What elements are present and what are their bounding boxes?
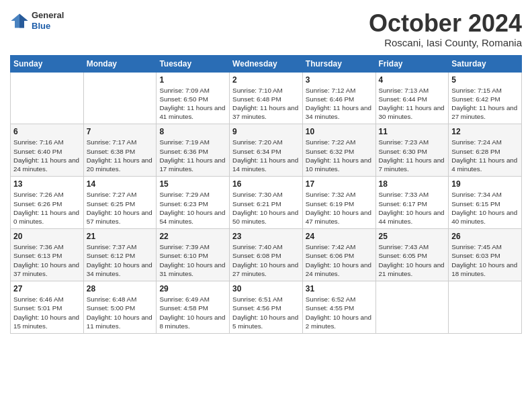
day-detail: Sunrise: 6:51 AM Sunset: 4:56 PM Dayligh… (232, 295, 300, 330)
day-number: 30 (232, 284, 300, 293)
day-detail: Sunrise: 7:10 AM Sunset: 6:48 PM Dayligh… (232, 86, 300, 122)
calendar-cell: 23Sunrise: 7:40 AM Sunset: 6:08 PM Dayli… (230, 229, 303, 281)
day-number: 10 (306, 127, 373, 136)
calendar-cell: 16Sunrise: 7:30 AM Sunset: 6:21 PM Dayli… (230, 177, 303, 229)
calendar-cell: 9Sunrise: 7:20 AM Sunset: 6:34 PM Daylig… (230, 124, 303, 177)
day-detail: Sunrise: 7:24 AM Sunset: 6:28 PM Dayligh… (451, 138, 519, 173)
weekday-header: Sunday (11, 55, 84, 72)
calendar-cell: 1Sunrise: 7:09 AM Sunset: 6:50 PM Daylig… (157, 72, 230, 124)
day-number: 21 (87, 232, 154, 241)
day-detail: Sunrise: 7:42 AM Sunset: 6:06 PM Dayligh… (306, 242, 373, 278)
day-detail: Sunrise: 7:36 AM Sunset: 6:13 PM Dayligh… (13, 242, 81, 278)
calendar-cell: 11Sunrise: 7:23 AM Sunset: 6:30 PM Dayli… (375, 124, 449, 177)
day-number: 3 (306, 75, 373, 85)
calendar-cell: 28Sunrise: 6:48 AM Sunset: 5:00 PM Dayli… (83, 281, 157, 334)
day-detail: Sunrise: 7:22 AM Sunset: 6:32 PM Dayligh… (306, 138, 373, 173)
calendar-cell: 7Sunrise: 7:17 AM Sunset: 6:38 PM Daylig… (83, 124, 157, 177)
calendar-cell: 20Sunrise: 7:36 AM Sunset: 6:13 PM Dayli… (11, 229, 84, 281)
day-number: 29 (159, 284, 226, 293)
day-number: 24 (306, 232, 373, 241)
title-area: October 2024 Roscani, Iasi County, Roman… (369, 10, 522, 48)
day-number: 28 (87, 284, 154, 293)
day-number: 8 (159, 127, 226, 136)
day-detail: Sunrise: 6:46 AM Sunset: 5:01 PM Dayligh… (13, 295, 81, 330)
day-number: 26 (451, 232, 519, 241)
day-detail: Sunrise: 7:19 AM Sunset: 6:36 PM Dayligh… (159, 138, 226, 173)
day-number: 22 (159, 232, 226, 241)
calendar-cell: 24Sunrise: 7:42 AM Sunset: 6:06 PM Dayli… (302, 229, 375, 281)
calendar-cell: 26Sunrise: 7:45 AM Sunset: 6:03 PM Dayli… (449, 229, 522, 281)
calendar-cell (449, 281, 522, 334)
day-detail: Sunrise: 7:29 AM Sunset: 6:23 PM Dayligh… (159, 190, 226, 226)
day-detail: Sunrise: 6:49 AM Sunset: 4:58 PM Dayligh… (159, 295, 226, 330)
logo-blue-text: Blue (32, 21, 64, 32)
day-detail: Sunrise: 7:34 AM Sunset: 6:15 PM Dayligh… (451, 190, 519, 226)
day-detail: Sunrise: 6:48 AM Sunset: 5:00 PM Dayligh… (87, 295, 154, 330)
day-number: 4 (379, 75, 446, 85)
day-number: 19 (451, 179, 519, 189)
day-number: 27 (13, 284, 81, 293)
month-title: October 2024 (369, 10, 522, 37)
calendar-cell: 19Sunrise: 7:34 AM Sunset: 6:15 PM Dayli… (449, 177, 522, 229)
day-number: 12 (451, 127, 519, 136)
day-number: 7 (87, 127, 154, 136)
calendar-cell (375, 281, 449, 334)
day-number: 14 (87, 179, 154, 189)
calendar-cell: 10Sunrise: 7:22 AM Sunset: 6:32 PM Dayli… (302, 124, 375, 177)
calendar-cell: 5Sunrise: 7:15 AM Sunset: 6:42 PM Daylig… (449, 72, 522, 124)
calendar-cell (11, 72, 84, 124)
calendar-week-row: 13Sunrise: 7:26 AM Sunset: 6:26 PM Dayli… (11, 177, 522, 229)
day-detail: Sunrise: 7:33 AM Sunset: 6:17 PM Dayligh… (379, 190, 446, 226)
day-number: 5 (451, 75, 519, 85)
calendar-week-row: 27Sunrise: 6:46 AM Sunset: 5:01 PM Dayli… (11, 281, 522, 334)
day-number: 23 (232, 232, 300, 241)
weekday-header: Monday (83, 55, 157, 72)
calendar-cell: 22Sunrise: 7:39 AM Sunset: 6:10 PM Dayli… (157, 229, 230, 281)
day-detail: Sunrise: 6:52 AM Sunset: 4:55 PM Dayligh… (306, 295, 373, 330)
day-detail: Sunrise: 7:17 AM Sunset: 6:38 PM Dayligh… (87, 138, 154, 173)
svg-marker-1 (19, 13, 28, 28)
day-detail: Sunrise: 7:16 AM Sunset: 6:40 PM Dayligh… (13, 138, 81, 173)
logo-general: General (32, 10, 64, 21)
day-number: 2 (232, 75, 300, 85)
day-number: 17 (306, 179, 373, 189)
calendar-cell: 17Sunrise: 7:32 AM Sunset: 6:19 PM Dayli… (302, 177, 375, 229)
day-number: 31 (306, 284, 373, 293)
calendar-cell: 15Sunrise: 7:29 AM Sunset: 6:23 PM Dayli… (157, 177, 230, 229)
calendar-cell: 29Sunrise: 6:49 AM Sunset: 4:58 PM Dayli… (157, 281, 230, 334)
day-detail: Sunrise: 7:32 AM Sunset: 6:19 PM Dayligh… (306, 190, 373, 226)
weekday-header: Friday (375, 55, 449, 72)
calendar-cell (83, 72, 157, 124)
calendar-cell: 3Sunrise: 7:12 AM Sunset: 6:46 PM Daylig… (302, 72, 375, 124)
day-detail: Sunrise: 7:09 AM Sunset: 6:50 PM Dayligh… (159, 86, 226, 122)
logo: General Blue (10, 10, 64, 31)
weekday-header: Wednesday (230, 55, 303, 72)
day-detail: Sunrise: 7:15 AM Sunset: 6:42 PM Dayligh… (451, 86, 519, 122)
calendar-cell: 4Sunrise: 7:13 AM Sunset: 6:44 PM Daylig… (375, 72, 449, 124)
day-detail: Sunrise: 7:43 AM Sunset: 6:05 PM Dayligh… (379, 242, 446, 278)
day-detail: Sunrise: 7:23 AM Sunset: 6:30 PM Dayligh… (379, 138, 446, 173)
day-number: 13 (13, 179, 81, 189)
page-header: General Blue October 2024 Roscani, Iasi … (10, 10, 522, 48)
day-number: 16 (232, 179, 300, 189)
weekday-header-row: SundayMondayTuesdayWednesdayThursdayFrid… (11, 55, 522, 72)
calendar-cell: 27Sunrise: 6:46 AM Sunset: 5:01 PM Dayli… (11, 281, 84, 334)
day-number: 9 (232, 127, 300, 136)
day-detail: Sunrise: 7:12 AM Sunset: 6:46 PM Dayligh… (306, 86, 373, 122)
calendar-week-row: 6Sunrise: 7:16 AM Sunset: 6:40 PM Daylig… (11, 124, 522, 177)
location: Roscani, Iasi County, Romania (369, 37, 522, 48)
day-detail: Sunrise: 7:30 AM Sunset: 6:21 PM Dayligh… (232, 190, 300, 226)
calendar-cell: 25Sunrise: 7:43 AM Sunset: 6:05 PM Dayli… (375, 229, 449, 281)
calendar-cell: 6Sunrise: 7:16 AM Sunset: 6:40 PM Daylig… (11, 124, 84, 177)
calendar-week-row: 20Sunrise: 7:36 AM Sunset: 6:13 PM Dayli… (11, 229, 522, 281)
calendar-cell: 14Sunrise: 7:27 AM Sunset: 6:25 PM Dayli… (83, 177, 157, 229)
day-detail: Sunrise: 7:40 AM Sunset: 6:08 PM Dayligh… (232, 242, 300, 278)
calendar-cell: 21Sunrise: 7:37 AM Sunset: 6:12 PM Dayli… (83, 229, 157, 281)
day-number: 18 (379, 179, 446, 189)
day-number: 6 (13, 127, 81, 136)
day-number: 1 (159, 75, 226, 85)
day-detail: Sunrise: 7:27 AM Sunset: 6:25 PM Dayligh… (87, 190, 154, 226)
calendar-cell: 13Sunrise: 7:26 AM Sunset: 6:26 PM Dayli… (11, 177, 84, 229)
weekday-header: Thursday (302, 55, 375, 72)
calendar-cell: 18Sunrise: 7:33 AM Sunset: 6:17 PM Dayli… (375, 177, 449, 229)
